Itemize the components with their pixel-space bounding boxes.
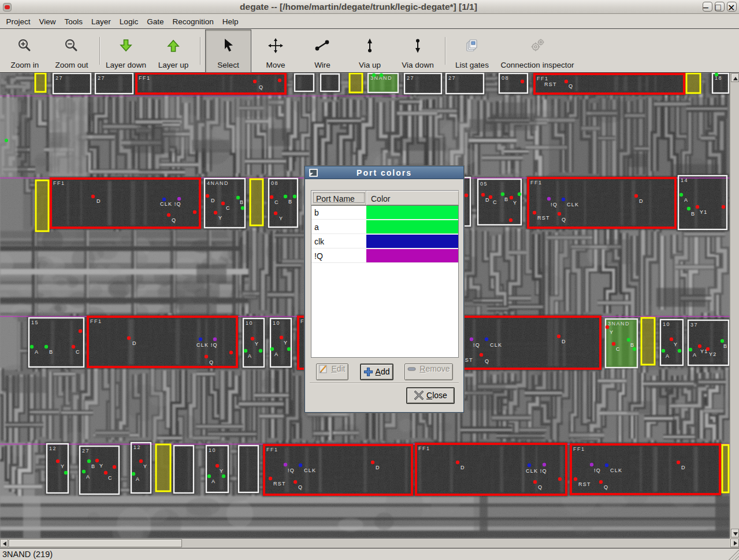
svg-text:Q: Q [538, 484, 543, 490]
svg-text:D: D [639, 198, 644, 204]
svg-text:27: 27 [448, 75, 456, 81]
svg-text:15: 15 [31, 320, 39, 325]
svg-text:F: F [300, 318, 304, 324]
svg-text:D: D [96, 198, 101, 204]
svg-text:A: A [86, 474, 90, 480]
svg-text:D: D [681, 465, 686, 470]
svg-text:CLK: CLK [304, 468, 316, 473]
svg-text:!Q: !Q [594, 468, 601, 473]
svg-text:C: C [226, 205, 231, 211]
svg-text:CLK !Q: CLK !Q [160, 201, 181, 207]
svg-text:B: B [49, 349, 53, 355]
svg-text:14: 14 [681, 177, 688, 183]
svg-text:D: D [461, 465, 465, 470]
svg-text:FF1: FF1 [266, 447, 278, 453]
svg-text:D: D [562, 339, 566, 344]
svg-text:!Q: !Q [288, 468, 295, 473]
svg-text:Y1: Y1 [700, 209, 707, 215]
svg-text:Q: Q [172, 217, 176, 223]
svg-text:4NAND: 4NAND [207, 180, 229, 186]
svg-text:A: A [274, 351, 278, 357]
svg-text:10: 10 [246, 320, 253, 326]
svg-text:C: C [274, 199, 279, 205]
svg-text:RST: RST [537, 215, 550, 221]
svg-text:10: 10 [663, 321, 670, 327]
svg-text:27: 27 [55, 75, 63, 81]
svg-text:B: B [288, 199, 292, 205]
svg-text:A: A [693, 352, 697, 358]
svg-text:B: B [691, 211, 695, 217]
svg-text:!Q: !Q [473, 342, 480, 348]
svg-text:Y: Y [255, 341, 259, 347]
svg-text:CLK !Q: CLK !Q [526, 468, 547, 474]
svg-text:A: A [666, 353, 670, 359]
svg-text:12: 12 [133, 444, 141, 450]
svg-text:A: A [684, 197, 688, 203]
svg-text:FF1: FF1 [90, 318, 102, 324]
svg-text:27: 27 [407, 75, 414, 81]
svg-text:!Q: !Q [551, 202, 558, 207]
svg-text:FF1: FF1 [573, 446, 585, 452]
svg-text:Q: Q [604, 484, 608, 490]
svg-text:C: C [108, 475, 113, 481]
svg-text:A: A [248, 353, 252, 359]
svg-text:A: A [35, 349, 39, 355]
svg-text:Y: Y [284, 340, 288, 346]
svg-text:Q: Q [562, 217, 566, 222]
svg-text:CLK: CLK [610, 468, 622, 473]
svg-text:Q: Q [569, 83, 573, 89]
svg-text:A: A [211, 479, 216, 484]
svg-text:27: 27 [98, 75, 105, 81]
svg-text:D: D [376, 465, 380, 470]
svg-text:B: B [91, 463, 95, 469]
svg-text:Y: Y [143, 463, 147, 469]
svg-text:C: C [616, 346, 621, 352]
svg-text:Y: Y [61, 463, 65, 469]
svg-text:FF1: FF1 [53, 180, 65, 186]
svg-text:RST: RST [544, 81, 557, 87]
svg-text:3NAND: 3NAND [608, 321, 630, 327]
svg-text:Y: Y [279, 216, 283, 221]
svg-text:D: D [485, 197, 490, 203]
svg-text:Y: Y [218, 215, 222, 221]
svg-text:FF1: FF1 [537, 76, 549, 81]
svg-text:RST: RST [578, 481, 591, 487]
svg-text:08: 08 [502, 75, 509, 81]
svg-text:RST: RST [273, 481, 286, 487]
svg-text:B: B [504, 196, 508, 202]
svg-text:C: C [76, 349, 80, 355]
svg-text:B: B [630, 342, 634, 348]
svg-text:10: 10 [273, 320, 280, 326]
svg-text:C: C [493, 199, 497, 205]
svg-text:05: 05 [480, 181, 488, 187]
svg-text:FF1: FF1 [530, 180, 543, 186]
svg-text:Y: Y [220, 468, 224, 474]
svg-text:CLK: CLK [567, 202, 579, 207]
svg-text:Y: Y [674, 342, 678, 347]
svg-text:08: 08 [271, 180, 278, 186]
svg-text:Y: Y [99, 463, 103, 469]
svg-text:Y1: Y1 [700, 348, 708, 354]
svg-text:10: 10 [209, 447, 216, 453]
svg-text:Q: Q [298, 484, 303, 490]
svg-text:FF1: FF1 [139, 75, 151, 81]
svg-text:A: A [136, 476, 140, 482]
svg-text:B: B [723, 343, 727, 349]
svg-text:D: D [211, 198, 216, 203]
svg-text:D: D [132, 340, 137, 346]
svg-text:Y: Y [610, 329, 614, 335]
svg-text:Q: Q [259, 84, 263, 90]
svg-text:Y: Y [513, 200, 517, 206]
svg-text:FF1: FF1 [418, 446, 430, 451]
svg-text:Q: Q [485, 358, 489, 364]
svg-text:27: 27 [82, 448, 90, 454]
svg-text:Y2: Y2 [709, 351, 716, 357]
svg-text:Q: Q [209, 359, 214, 365]
svg-text:37: 37 [690, 322, 698, 328]
svg-text:CLK !Q: CLK !Q [196, 342, 218, 348]
svg-text:B: B [240, 199, 244, 205]
svg-text:CLK: CLK [490, 342, 502, 348]
svg-text:12: 12 [49, 446, 57, 451]
